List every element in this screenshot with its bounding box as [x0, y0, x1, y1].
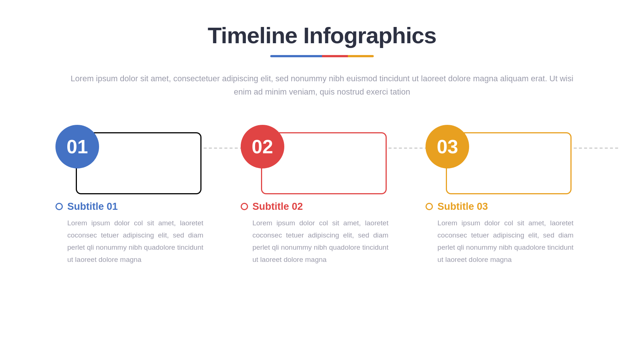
page-container: Timeline Infographics Lorem ipsum dolor …	[0, 0, 644, 362]
timeline-row: 01 Subtitle 01 Lorem ipsum dolor col sit…	[44, 121, 600, 266]
number-01: 01	[67, 136, 88, 158]
timeline-item-03: 03 Subtitle 03 Lorem ipsum dolor col sit…	[414, 121, 600, 266]
subtitle-row-02: Subtitle 02	[241, 201, 404, 212]
body-text-03: Lorem ipsum dolor col sit amet, laoretet…	[426, 217, 573, 266]
circle-03: 03	[426, 125, 469, 168]
title-underline	[270, 55, 374, 57]
page-title: Timeline Infographics	[208, 22, 437, 48]
underline-red	[322, 55, 348, 57]
subtitle-label-03: Subtitle 03	[437, 201, 488, 212]
info-01: Subtitle 01 Lorem ipsum dolor col sit am…	[55, 201, 218, 266]
timeline-item-02: 02 Subtitle 02 Lorem ipsum dolor col sit…	[230, 121, 415, 266]
connector-03	[574, 146, 618, 150]
timeline-item-01: 01 Subtitle 01 Lorem ipsum dolor col sit…	[44, 121, 230, 266]
info-03: Subtitle 03 Lorem ipsum dolor col sit am…	[426, 201, 589, 266]
circle-02: 02	[241, 125, 284, 168]
circle-01: 01	[55, 125, 99, 168]
underline-blue	[270, 55, 322, 57]
number-03: 03	[437, 136, 458, 158]
subtitle-label-01: Subtitle 01	[67, 201, 118, 212]
body-text-02: Lorem ipsum dolor col sit amet, laoretet…	[241, 217, 389, 266]
underline-orange	[348, 55, 374, 57]
subtitle-row-01: Subtitle 01	[55, 201, 218, 212]
visual-area-03: 03	[426, 121, 589, 195]
subtitle-row-03: Subtitle 03	[426, 201, 589, 212]
info-02: Subtitle 02 Lorem ipsum dolor col sit am…	[241, 201, 404, 266]
number-02: 02	[252, 136, 273, 158]
visual-area-02: 02	[241, 121, 404, 195]
subtitle-dot-03	[426, 203, 433, 210]
subtitle-dot-02	[241, 203, 248, 210]
body-text-01: Lorem ipsum dolor col sit amet, laoretet…	[55, 217, 203, 266]
page-description: Lorem ipsum dolor sit amet, consectetuer…	[63, 72, 581, 99]
subtitle-label-02: Subtitle 02	[252, 201, 303, 212]
subtitle-dot-01	[55, 203, 63, 210]
visual-area-01: 01	[55, 121, 218, 195]
